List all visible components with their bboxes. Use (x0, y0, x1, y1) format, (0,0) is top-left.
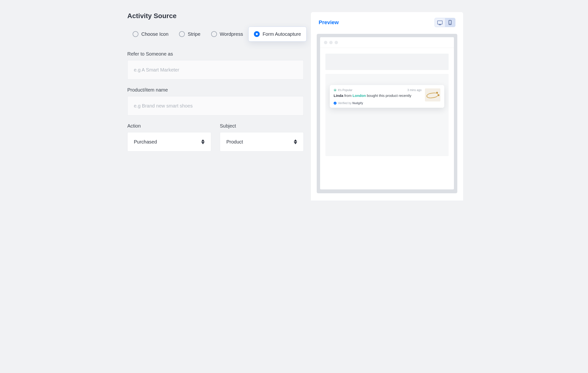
window-dot-icon (335, 41, 338, 44)
preview-frame: It's Popular 3 mins ago Linda from Londo… (317, 34, 457, 193)
notification-verified: ✓ Verified by Nudgify (334, 102, 421, 105)
subject-select[interactable]: Product (220, 132, 304, 152)
subject-label: Subject (220, 123, 304, 129)
radio-icon (211, 31, 217, 37)
source-option-wordpress[interactable]: Wordpress (206, 27, 248, 41)
notification-name: Linda (334, 93, 343, 98)
device-mobile-button[interactable] (445, 18, 455, 27)
source-option-choose-icon[interactable]: Choose Icon (127, 27, 174, 41)
product-label: Product/item name (127, 87, 304, 93)
window-dot-icon (324, 41, 327, 44)
placeholder-block (326, 54, 449, 70)
action-label: Action (127, 123, 211, 129)
verified-brand: Nudgify (352, 102, 363, 105)
refer-label: Refer to Someone as (127, 51, 304, 57)
window-dot-icon (329, 41, 333, 44)
select-arrows-icon (201, 139, 205, 144)
radio-icon (133, 31, 138, 37)
preview-heading: Preview (319, 19, 339, 26)
popular-icon (334, 89, 336, 92)
device-toggle (435, 18, 455, 27)
select-arrows-icon (294, 139, 297, 144)
notification-tail: bought this product recently (366, 93, 411, 98)
page-title: Activity Source (127, 12, 304, 20)
browser-bar (320, 37, 454, 48)
verified-icon: ✓ (334, 102, 336, 105)
source-option-label: Stripe (188, 31, 200, 37)
preview-panel: Preview (311, 12, 463, 200)
desktop-icon (437, 21, 442, 24)
preview-browser: It's Popular 3 mins ago Linda from Londo… (320, 37, 454, 189)
notification-time: 3 mins ago (407, 88, 421, 92)
popular-label: It's Popular (338, 88, 352, 92)
verified-prefix: Verified by (338, 102, 352, 105)
source-option-stripe[interactable]: Stripe (174, 27, 206, 41)
device-desktop-button[interactable] (435, 18, 445, 27)
subject-value: Product (226, 139, 243, 145)
product-input[interactable] (127, 96, 304, 115)
action-select[interactable]: Purchased (127, 132, 211, 152)
source-option-label: Choose Icon (141, 31, 168, 37)
source-option-form-autocapture[interactable]: Form Autocapture (248, 27, 306, 41)
placeholder-area: It's Popular 3 mins ago Linda from Londo… (326, 74, 449, 156)
notification-card: It's Popular 3 mins ago Linda from Londo… (330, 85, 444, 108)
radio-icon (254, 31, 260, 37)
radio-icon (179, 31, 185, 37)
refer-input[interactable] (127, 60, 304, 80)
notification-city: London (352, 93, 366, 98)
mobile-icon (449, 20, 452, 25)
notification-message: Linda from London bought this product re… (334, 93, 421, 98)
source-option-label: Form Autocapture (262, 31, 301, 37)
source-option-label: Wordpress (220, 31, 243, 37)
notification-from: from (343, 93, 352, 98)
action-value: Purchased (134, 139, 157, 145)
activity-source-options: Choose Icon Stripe Wordpress Form Autoca… (127, 27, 304, 41)
notification-product-image (425, 88, 441, 102)
